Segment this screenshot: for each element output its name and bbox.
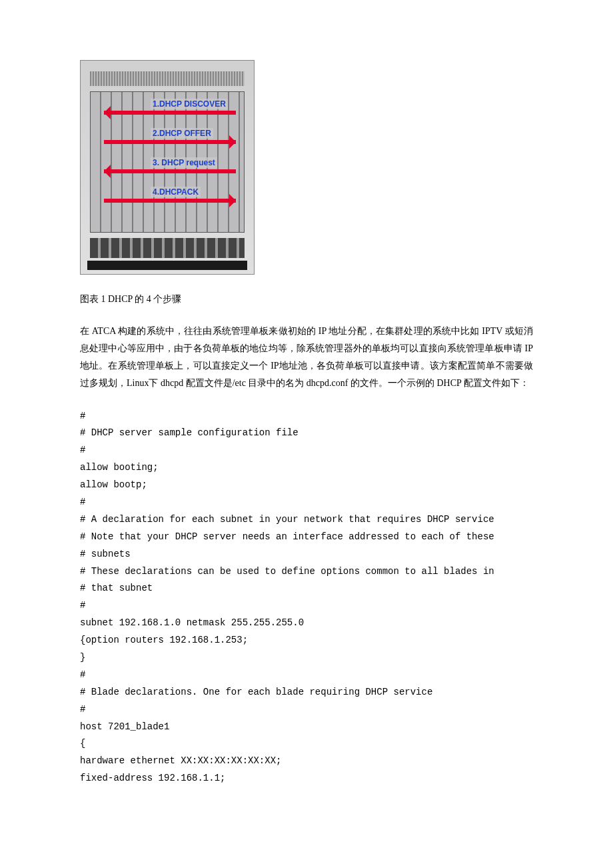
dhcp-step: 1.DHCP DISCOVER xyxy=(151,99,236,123)
chassis-bottom xyxy=(90,238,245,258)
arrow-right-icon xyxy=(104,140,236,144)
figure-caption: 图表 1 DHCP 的 4 个步骤 xyxy=(80,293,533,305)
dhcp-step: 2.DHCP OFFER xyxy=(151,128,236,152)
dhcp-figure: 1.DHCP DISCOVER 2.DHCP OFFER 3. DHCP req… xyxy=(80,60,255,275)
dhcp-config-code: # # DHCP server sample configuration fil… xyxy=(80,408,533,788)
dhcp-step-label: 1.DHCP DISCOVER xyxy=(151,99,228,109)
dhcp-steps-overlay: 1.DHCP DISCOVER 2.DHCP OFFER 3. DHCP req… xyxy=(91,92,244,211)
arrow-left-icon xyxy=(104,169,236,173)
chassis-slots: 1.DHCP DISCOVER 2.DHCP OFFER 3. DHCP req… xyxy=(90,91,245,233)
body-paragraph: 在 ATCA 构建的系统中，往往由系统管理单板来做初始的 IP 地址分配，在集群… xyxy=(80,323,533,392)
chassis-top xyxy=(90,71,245,86)
dhcp-step-label: 4.DHCPACK xyxy=(151,187,201,197)
chassis-base xyxy=(87,261,247,270)
document-page: 1.DHCP DISCOVER 2.DHCP OFFER 3. DHCP req… xyxy=(0,0,613,814)
dhcp-step: 3. DHCP request xyxy=(151,157,236,181)
arrow-left-icon xyxy=(104,111,236,115)
dhcp-step-label: 2.DHCP OFFER xyxy=(151,128,213,139)
dhcp-step: 4.DHCPACK xyxy=(151,187,236,211)
dhcp-step-label: 3. DHCP request xyxy=(151,157,217,168)
arrow-right-icon xyxy=(104,199,236,203)
